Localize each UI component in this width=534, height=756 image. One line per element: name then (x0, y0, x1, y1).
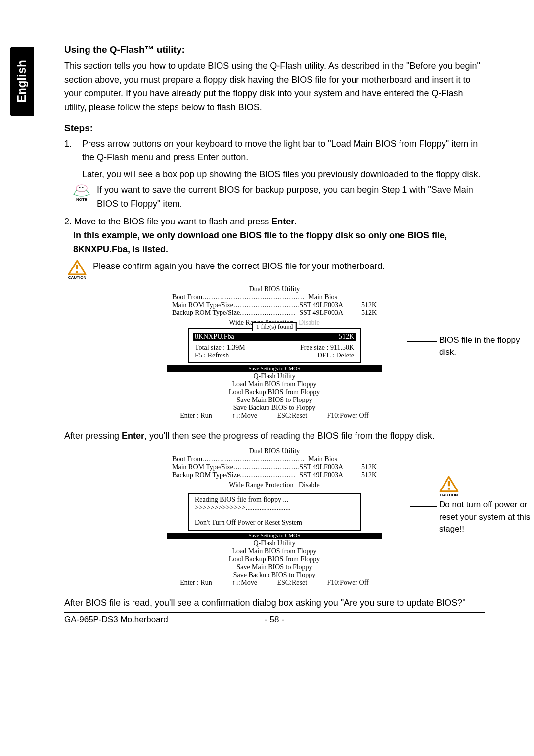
bios2-main-rom-label: Main ROM Type/Size (172, 463, 233, 471)
step-2-bold-text: In this example, we only download one BI… (73, 230, 447, 254)
bios-file-name: 8KNXPU.Fba (195, 333, 234, 341)
bios2-menu-2: Load Backup BIOS from Floppy (167, 555, 382, 563)
bios2-main-rom-size: 512K (343, 463, 377, 471)
bios-backup-rom-value: SST 49LF003A (299, 309, 343, 317)
note-text: If you want to save the current BIOS for… (94, 183, 485, 211)
step-2-post: . (294, 217, 297, 226)
bios2-menu-4: Save Backup BIOS to Floppy (167, 571, 382, 579)
caution2-text: Do not turn off power or reset your syst… (439, 499, 534, 535)
bios-progress-bar: >>>>>>>>>>>>> (195, 504, 246, 511)
bios-menu: Load Main BIOS from Floppy Load Backup B… (167, 380, 382, 412)
step-1: 1. Press arrow buttons on your keyboard … (64, 137, 485, 165)
bios2-key-move: ↑↓:Move (232, 579, 257, 587)
step-2-bold: In this example, we only download one BI… (64, 229, 485, 257)
note-icon: NOTE (69, 183, 94, 202)
paragraph-intro: This section tells you how to update BIO… (64, 59, 485, 115)
bios2-key-esc: ESC:Reset (277, 579, 307, 587)
annotation-caution-2: CAUTION Do not turn off power or reset y… (439, 476, 534, 536)
caution-label: CAUTION (68, 275, 86, 280)
bios-backup-rom-label: Backup ROM Type/Size (172, 309, 240, 317)
footer-page-number: - 58 - (255, 615, 294, 624)
step-1-text-a: Press arrow buttons on your keyboard to … (82, 139, 478, 163)
bios-menu-3: Save Main BIOS to Floppy (167, 396, 382, 404)
svg-rect-3 (448, 481, 450, 486)
bios2-key-enter: Enter : Run (180, 579, 212, 587)
bios2-qflash-title: Q-Flash Utility (167, 539, 382, 547)
bios-file-popup: 1 file(s) found 8KNXPU.Fba512K Total siz… (188, 328, 361, 363)
bios-main-rom-size: 512K (343, 301, 377, 309)
after-press-enter: After pressing Enter, you'll then see th… (64, 429, 485, 443)
after-bios-read: After BIOS file is read, you'll see a co… (64, 596, 485, 610)
bios-menu-2: Load Backup BIOS from Floppy (167, 388, 382, 396)
bios-qflash-title: Q-Flash Utility (167, 372, 382, 380)
step-2-line: 2. Move to the BIOS file you want to fla… (64, 215, 485, 229)
bios-key-f10: F10:Power Off (327, 412, 369, 420)
bios2-backup-rom-value: SST 49LF003A (299, 471, 343, 479)
bios-key-esc: ESC:Reset (277, 412, 307, 420)
bios2-key-f10: F10:Power Off (327, 579, 369, 587)
bios-screenshot-1: Dual BIOS Utility Boot From.............… (64, 283, 485, 422)
step-2-pre: 2. Move to the BIOS file you want to fla… (64, 217, 271, 226)
bios-files-found: 1 file(s) found (252, 322, 297, 331)
bios-main-rom-value: SST 49LF003A (299, 301, 343, 309)
heading-steps: Steps: (64, 123, 485, 133)
bios-key-move: ↑↓:Move (232, 412, 257, 420)
bios-screenshot-2: Dual BIOS Utility Boot From.............… (64, 445, 485, 589)
steps-list: 1. Press arrow buttons on your keyboard … (64, 137, 485, 165)
bios-file-size: 512K (339, 333, 354, 341)
bios2-menu-1: Load Main BIOS from Floppy (167, 547, 382, 555)
bios-f5: F5 : Refresh (195, 352, 229, 359)
bios-menu-4: Save Backup BIOS to Floppy (167, 404, 382, 412)
after1-c: , you'll then see the progress of readin… (144, 431, 435, 441)
bios-disable-cut: Disable (299, 319, 320, 326)
caution2-label: CAUTION (440, 492, 458, 498)
bios2-menu: Load Main BIOS from Floppy Load Backup B… (167, 547, 382, 579)
bios2-title: Dual BIOS Utility (172, 447, 377, 455)
bios-dont-turn-off: Don't Turn Off Power or Reset System (195, 519, 354, 527)
svg-rect-1 (76, 265, 78, 269)
bios-backup-rom-size: 512K (343, 309, 377, 317)
bios-del: DEL : Delete (317, 352, 354, 359)
page-content: Using the Q-Flash™ utility: This section… (0, 0, 534, 639)
svg-rect-4 (448, 488, 450, 489)
bios-boot-from-label: Boot From (172, 293, 202, 301)
caution-block-1: CAUTION Please confirm again you have th… (64, 260, 485, 280)
bios-total-size: Total size : 1.39M (195, 344, 245, 352)
bios2-wide-range: Wide Range Protection (229, 481, 293, 489)
bios-title: Dual BIOS Utility (172, 285, 377, 293)
page-footer: GA-965P-DS3 Motherboard - 58 - (64, 612, 485, 624)
bios2-boot-from-label: Boot From (172, 455, 202, 463)
bios2-boot-from-value: Main Bios (308, 455, 337, 463)
bios-boot-from-value: Main Bios (308, 293, 337, 301)
heading-using-qflash: Using the Q-Flash™ utility: (64, 44, 485, 55)
note-block: NOTE If you want to save the current BIO… (64, 183, 485, 211)
step-2-enter: Enter (271, 217, 294, 226)
bios-menu-1: Load Main BIOS from Floppy (167, 380, 382, 388)
bios-save-cmos-bar: Save Settings to CMOS (167, 365, 382, 372)
bios2-save-cmos-bar: Save Settings to CMOS (167, 533, 382, 539)
annotation-bios-file: BIOS file in the floppy disk. (439, 334, 534, 358)
after1-a: After pressing (64, 431, 122, 441)
bios2-main-rom-value: SST 49LF003A (299, 463, 343, 471)
bios-reading-label: Reading BIOS file from floppy ... (195, 496, 354, 504)
svg-rect-2 (76, 271, 78, 273)
step-number: 1. (64, 137, 72, 151)
bios2-backup-rom-label: Backup ROM Type/Size (172, 471, 240, 479)
caution-text-1: Please confirm again you have the correc… (90, 260, 485, 273)
bios-key-enter: Enter : Run (180, 412, 212, 420)
svg-point-0 (76, 185, 87, 192)
bios2-backup-rom-size: 512K (343, 471, 377, 479)
caution-icon: CAUTION (64, 260, 90, 280)
after1-b: Enter (122, 431, 144, 441)
bios2-disable: Disable (299, 481, 320, 489)
bios2-menu-3: Save Main BIOS to Floppy (167, 563, 382, 571)
bios-free-size: Free size : 911.50K (300, 344, 354, 352)
bios-main-rom-label: Main ROM Type/Size (172, 301, 233, 309)
footer-model: GA-965P-DS3 Motherboard (64, 615, 255, 624)
step-1-text-b: Later, you will see a box pop up showing… (64, 168, 485, 181)
note-label: NOTE (76, 197, 87, 202)
bios-progress-popup: Reading BIOS file from floppy ... >>>>>>… (188, 493, 361, 531)
